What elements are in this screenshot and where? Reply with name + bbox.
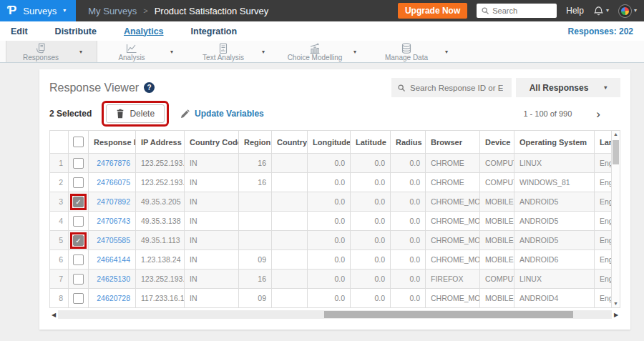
cell-ip: 123.252.193.148 (136, 173, 185, 192)
cell-country (272, 154, 308, 173)
cell-ip: 1.23.138.24 (136, 250, 185, 270)
table-body: 124767876123.252.193.148IN160.00.00.0CHR… (50, 154, 612, 308)
toolbar-item-responses[interactable]: Responses ▾ (6, 41, 97, 62)
responses-filter-dropdown[interactable]: All Responses ▾ (516, 78, 620, 97)
notifications-button[interactable]: ▾ (593, 6, 609, 16)
tab-analytics[interactable]: Analytics (124, 26, 164, 36)
select-all-checkbox[interactable] (73, 137, 84, 147)
cell-latitude: 0.0 (351, 270, 391, 289)
responses-count-badge[interactable]: Responses: 202 (568, 26, 633, 36)
horizontal-scroll-thumb[interactable] (324, 311, 573, 318)
chevron-down-icon[interactable]: ▾ (353, 49, 356, 55)
row-checkbox[interactable] (73, 274, 84, 285)
chevron-down-icon[interactable]: ▾ (79, 49, 82, 55)
pagination-next-button[interactable]: › (596, 108, 600, 120)
toolbar-item-manage-data[interactable]: Manage Data ▾ (372, 41, 464, 62)
response-search[interactable] (391, 78, 512, 97)
col-response-id[interactable]: Response ID▲ (89, 131, 136, 154)
col-radius[interactable]: Radius (391, 131, 426, 154)
col-country[interactable]: Country (272, 131, 308, 154)
cell-browser: CHROME (426, 154, 480, 173)
cell-device: MOBILE (480, 212, 514, 231)
tab-distribute[interactable]: Distribute (55, 26, 97, 36)
cell-response-id[interactable]: 24707892 (89, 192, 136, 212)
cell-country-code: IN (185, 173, 239, 192)
toolbar-item-choice-modelling[interactable]: Choice Modelling ▾ (280, 41, 372, 62)
manage-data-icon (400, 42, 413, 55)
horizontal-scrollbar[interactable]: ◀ ▶ (49, 310, 620, 320)
scroll-right-icon[interactable]: ▶ (612, 312, 620, 318)
tab-integration[interactable]: Integration (191, 26, 238, 36)
update-variables-button[interactable]: Update Variables (180, 109, 264, 119)
cell-region: 16 (239, 270, 272, 289)
cell-browser: CHROME_MOBILE (426, 212, 480, 231)
col-ip-address[interactable]: IP Address (136, 131, 185, 154)
col-operating-system[interactable]: Operating System (514, 131, 595, 154)
delete-button[interactable]: Delete (106, 104, 165, 123)
cell-language: English (595, 289, 612, 308)
annotation-box-checkbox: ✓ (70, 194, 87, 210)
cell-longitude: 0.0 (308, 289, 351, 308)
chevron-down-icon: ▾ (634, 8, 637, 14)
col-browser[interactable]: Browser (426, 131, 480, 154)
scroll-up-icon[interactable]: ▲ (613, 131, 618, 138)
global-search[interactable] (477, 4, 557, 18)
global-search-input[interactable] (492, 6, 550, 15)
cell-country (272, 289, 308, 308)
top-bar: Ƥ Surveys ▾ My Surveys > Product Satisfa… (0, 0, 644, 21)
col-longitude[interactable]: Longitude (308, 131, 351, 154)
cell-response-id[interactable]: 24625130 (89, 270, 136, 289)
cell-num: 8 (50, 289, 69, 308)
breadcrumb-separator-icon: > (143, 6, 147, 15)
row-checkbox[interactable] (73, 216, 84, 227)
col-country-code[interactable]: Country Code (185, 131, 239, 154)
vertical-scroll-thumb[interactable] (613, 140, 619, 164)
cell-language: English (595, 192, 612, 212)
chevron-down-icon[interactable]: ▾ (445, 49, 448, 55)
row-checkbox[interactable] (73, 254, 84, 265)
row-checkbox[interactable]: ✓ (73, 235, 84, 246)
cell-response-id[interactable]: 24664144 (89, 250, 136, 270)
product-switcher[interactable]: Ƥ Surveys ▾ (0, 0, 76, 21)
horizontal-scroll-track[interactable] (58, 310, 612, 319)
col-language[interactable]: Language (595, 131, 612, 154)
vertical-scrollbar[interactable]: ▲ ▼ (612, 130, 620, 308)
cell-country (272, 192, 308, 212)
chevron-down-icon: ▾ (604, 85, 607, 91)
chevron-down-icon[interactable]: ▾ (262, 49, 265, 55)
toolbar-item-analysis[interactable]: Analysis ▾ (97, 41, 189, 62)
scroll-left-icon[interactable]: ◀ (49, 312, 58, 318)
row-checkbox[interactable]: ✓ (73, 197, 84, 207)
response-viewer-title: Response Viewer (49, 81, 139, 94)
cell-num: 3 (50, 192, 69, 212)
col-latitude[interactable]: Latitude (351, 131, 391, 154)
breadcrumb-my-surveys[interactable]: My Surveys (88, 6, 137, 16)
account-menu[interactable]: ▾ (618, 4, 637, 18)
cell-device: MOBILE (480, 192, 514, 212)
avatar (618, 4, 632, 18)
cell-response-id[interactable]: 24620728 (89, 289, 136, 308)
row-checkbox[interactable] (73, 158, 84, 169)
row-checkbox[interactable] (73, 177, 84, 188)
response-search-input[interactable] (410, 84, 503, 92)
toolbar-item-text-analysis[interactable]: Text Analysis ▾ (189, 41, 280, 62)
help-link[interactable]: Help (566, 6, 584, 16)
table-row: 224766075123.252.193.148IN160.00.00.0CHR… (50, 173, 612, 192)
cell-response-id[interactable]: 24705585 (89, 231, 136, 250)
row-checkbox[interactable] (73, 293, 84, 304)
tab-edit[interactable]: Edit (11, 26, 28, 36)
table-row: 124767876123.252.193.148IN160.00.00.0CHR… (50, 154, 612, 173)
col-region[interactable]: Region (239, 131, 272, 154)
upgrade-now-button[interactable]: Upgrade Now (398, 3, 467, 19)
cell-response-id[interactable]: 24766075 (89, 173, 136, 192)
cell-country-code: IN (185, 270, 239, 289)
scroll-down-icon[interactable]: ▼ (613, 300, 618, 307)
cell-response-id[interactable]: 24767876 (89, 154, 136, 173)
cell-ip: 49.35.3.205 (136, 192, 185, 212)
col-device[interactable]: Device (480, 131, 514, 154)
chevron-down-icon[interactable]: ▾ (170, 49, 173, 55)
help-tooltip-icon[interactable]: ? (144, 82, 155, 93)
cell-response-id[interactable]: 24706743 (89, 212, 136, 231)
cell-ip: 123.252.193.148 (136, 154, 185, 173)
cell-longitude: 0.0 (308, 212, 351, 231)
